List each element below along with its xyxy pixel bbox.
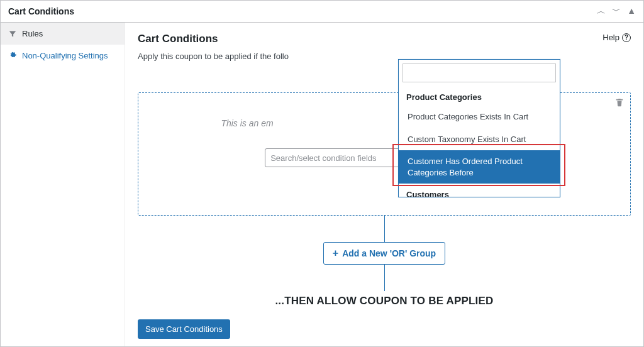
sidebar-item-rules[interactable]: Rules	[1, 23, 125, 45]
condition-select-display[interactable]: Search/select condition fields ﹀	[265, 148, 421, 167]
dropdown-option[interactable]: Custom Taxonomy Exists In Cart	[399, 128, 560, 151]
panel-body: Rules Non-Qualifying Settings Cart Condi…	[1, 23, 643, 346]
help-link[interactable]: Help ?	[602, 33, 631, 42]
save-cart-conditions-button[interactable]: Save Cart Conditions	[138, 319, 230, 339]
help-label: Help	[602, 33, 619, 42]
panel-controls: ︿ ﹀ ▲	[597, 6, 636, 17]
filter-icon	[8, 30, 17, 38]
sidebar: Rules Non-Qualifying Settings	[1, 23, 125, 346]
connector-line	[384, 265, 385, 291]
connector-line	[384, 216, 385, 242]
sidebar-item-label: Rules	[22, 29, 43, 38]
move-down-icon[interactable]: ﹀	[612, 6, 621, 17]
add-or-group-button[interactable]: + Add a New 'OR' Group	[323, 242, 445, 265]
dropdown-list[interactable]: Product Categories Product Categories Ex…	[399, 86, 560, 197]
move-up-icon[interactable]: ︿	[597, 6, 606, 17]
dropdown-group-label: Product Categories	[399, 86, 560, 106]
dropdown-option[interactable]: Product Categories Exists In Cart	[399, 106, 560, 128]
or-group-wrap: + Add a New 'OR' Group	[138, 242, 631, 265]
panel-title: Cart Conditions	[8, 6, 74, 16]
sidebar-item-non-qualifying[interactable]: Non-Qualifying Settings	[1, 45, 125, 67]
condition-select-placeholder: Search/select condition fields	[270, 153, 376, 163]
collapse-toggle-icon[interactable]: ▲	[627, 6, 636, 17]
gear-icon	[8, 52, 17, 60]
main-title: Cart Conditions	[138, 33, 289, 45]
dropdown-search-input[interactable]	[402, 63, 556, 82]
or-button-label: Add a New 'OR' Group	[342, 248, 436, 258]
plus-icon: +	[333, 248, 338, 259]
condition-select[interactable]: Search/select condition fields ﹀	[265, 148, 421, 167]
dropdown-group-label: Customers	[399, 184, 560, 197]
sidebar-item-label: Non-Qualifying Settings	[22, 51, 108, 60]
then-allow-text: ...THEN ALLOW COUPON TO BE APPLIED	[138, 295, 631, 307]
delete-group-button[interactable]	[615, 98, 624, 109]
cart-conditions-panel: Cart Conditions ︿ ﹀ ▲ Rules Non-Qualifyi…	[0, 0, 644, 347]
help-icon: ?	[622, 33, 631, 42]
panel-header: Cart Conditions ︿ ﹀ ▲	[1, 1, 643, 23]
dropdown-search-wrap	[399, 60, 560, 86]
condition-dropdown: Product Categories Product Categories Ex…	[398, 59, 560, 197]
dropdown-option-selected[interactable]: Customer Has Ordered Product Categories …	[399, 150, 560, 184]
main-description: Apply this coupon to be applied if the f…	[138, 52, 289, 61]
footer: Save Cart Conditions	[138, 311, 631, 339]
main-area: Cart Conditions Apply this coupon to be …	[125, 23, 643, 346]
